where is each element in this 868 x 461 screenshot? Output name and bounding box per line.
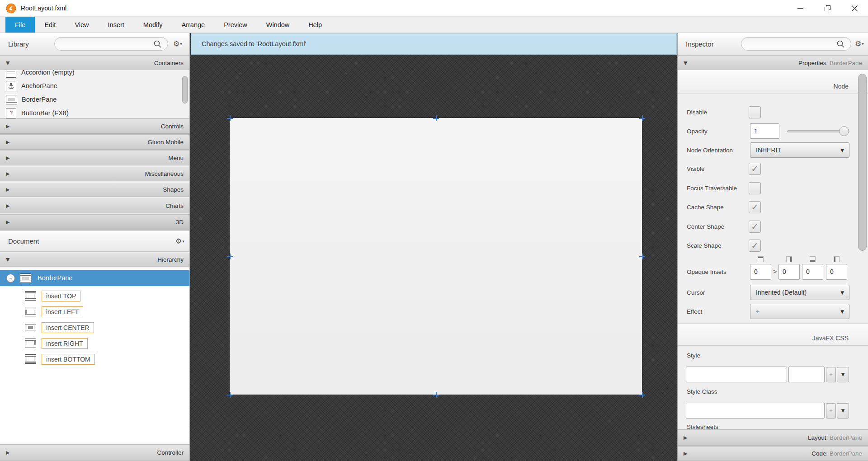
hierarchy-item-insert-left[interactable]: insert LEFT: [0, 304, 189, 319]
opacity-label: Opacity: [687, 128, 708, 135]
menu-modify[interactable]: Modify: [134, 17, 172, 33]
insets-link-toggle[interactable]: >: [773, 268, 777, 275]
style-field[interactable]: [686, 367, 787, 382]
accordion-icon: [6, 70, 16, 78]
selection-handle-mid-right[interactable]: [639, 254, 645, 259]
section-properties[interactable]: ▼ Properties: BorderPane: [678, 55, 868, 71]
disable-row: Disable: [678, 105, 868, 119]
library-item-borderpane[interactable]: BorderPane: [0, 93, 189, 106]
opaque-inset-right-field[interactable]: [778, 264, 800, 280]
section-menu[interactable]: ▶ Menu: [0, 150, 189, 165]
focus-traversable-checkbox[interactable]: [749, 182, 761, 194]
borderpane-icon: [6, 95, 17, 104]
section-layout[interactable]: ▶ Layout: BorderPane: [678, 429, 868, 446]
cache-shape-checkbox[interactable]: ✓: [749, 201, 761, 213]
document-menu-button[interactable]: ⚙ ▾: [175, 238, 184, 245]
hierarchy-item-insert-center[interactable]: insert CENTER: [0, 320, 189, 335]
menu-window[interactable]: Window: [257, 17, 299, 33]
section-hierarchy[interactable]: ▼ Hierarchy: [0, 252, 189, 267]
hierarchy-item-borderpane[interactable]: − BorderPane: [0, 270, 189, 286]
menu-insert[interactable]: Insert: [99, 17, 134, 33]
expand-arrow-icon: ▼: [6, 257, 9, 263]
style-value-field[interactable]: [788, 367, 825, 382]
inspector-menu-button[interactable]: ⚙ ▾: [855, 40, 864, 47]
cursor-row: Cursor Inherited (Default) ▼: [678, 285, 868, 300]
style-class-add-button[interactable]: +: [826, 403, 836, 419]
inspector-scrollbar-thumb[interactable]: [858, 74, 867, 251]
selection-handle-bottom-right[interactable]: [639, 392, 645, 398]
visible-row: Visible ✓: [678, 162, 868, 175]
node-orientation-dropdown[interactable]: INHERIT ▼: [750, 142, 849, 158]
menu-help[interactable]: Help: [299, 17, 331, 33]
section-target-label: : BorderPane: [826, 434, 862, 441]
selection-handle-top-left[interactable]: [227, 115, 233, 121]
style-add-button[interactable]: +: [826, 367, 836, 382]
library-menu-button[interactable]: ⚙ ▾: [173, 40, 182, 47]
subsection-label: Node: [834, 83, 849, 90]
hierarchy-item-label: BorderPane: [38, 274, 72, 282]
placeholder-label: insert LEFT: [42, 306, 83, 317]
center-shape-checkbox[interactable]: ✓: [749, 221, 761, 233]
scale-shape-checkbox[interactable]: ✓: [749, 240, 761, 252]
opacity-field[interactable]: [750, 123, 779, 139]
opaque-inset-top-field[interactable]: [750, 264, 771, 280]
library-search-input[interactable]: [60, 38, 150, 50]
minimize-button[interactable]: [787, 0, 814, 17]
section-label: Controller: [157, 449, 184, 456]
inspector-search-box[interactable]: [741, 37, 851, 51]
library-item-anchorpane[interactable]: AnchorPane: [0, 79, 189, 93]
disable-checkbox[interactable]: [749, 106, 761, 118]
selection-handle-top-center[interactable]: [433, 115, 439, 121]
borderpane-stage[interactable]: [230, 118, 642, 395]
section-charts[interactable]: ▶ Charts: [0, 198, 189, 213]
style-row: + ▼: [678, 367, 868, 382]
cursor-dropdown[interactable]: Inherited (Default) ▼: [750, 285, 849, 300]
section-controller[interactable]: ▶ Controller: [0, 444, 189, 461]
hierarchy-item-insert-top[interactable]: insert TOP: [0, 288, 189, 303]
menu-view[interactable]: View: [65, 17, 98, 33]
opacity-slider-thumb[interactable]: [839, 126, 849, 136]
opaque-insets-label: Opaque Insets: [687, 268, 726, 275]
selection-handle-bottom-center[interactable]: [433, 392, 439, 398]
inspector-search-input[interactable]: [747, 38, 833, 50]
menu-arrange[interactable]: Arrange: [172, 17, 215, 33]
section-gluon-mobile[interactable]: ▶ Gluon Mobile: [0, 134, 189, 150]
inset-left-icon: [834, 256, 840, 262]
style-class-dropdown-button[interactable]: ▼: [837, 403, 849, 419]
section-shapes[interactable]: ▶ Shapes: [0, 182, 189, 197]
library-item-accordion[interactable]: Accordion (empty): [0, 70, 189, 79]
library-panel: Library ⚙ ▾ ▼ Containers Acco: [0, 33, 190, 461]
section-containers[interactable]: ▼ Containers: [0, 55, 189, 71]
style-label: Style: [687, 352, 700, 359]
opaque-inset-bottom-field[interactable]: [802, 264, 823, 280]
restore-button[interactable]: [814, 0, 841, 17]
library-item-buttonbar[interactable]: ? ButtonBar (FX8): [0, 106, 189, 118]
menu-file[interactable]: File: [5, 17, 35, 33]
selection-handle-mid-left[interactable]: [227, 254, 233, 259]
selection-handle-top-right[interactable]: [639, 115, 645, 121]
effect-row: Effect + ▼: [678, 304, 868, 319]
borderpane-left-region-icon: [25, 307, 36, 316]
visible-checkbox[interactable]: ✓: [749, 163, 761, 175]
selection-handle-bottom-left[interactable]: [227, 392, 233, 398]
collapse-toggle-icon[interactable]: −: [6, 274, 15, 282]
style-dropdown-button[interactable]: ▼: [837, 367, 849, 382]
section-3d[interactable]: ▶ 3D: [0, 214, 189, 230]
section-miscellaneous[interactable]: ▶ Miscellaneous: [0, 166, 189, 181]
menu-preview[interactable]: Preview: [214, 17, 257, 33]
effect-dropdown[interactable]: + ▼: [750, 304, 849, 319]
library-search-box[interactable]: [54, 37, 168, 51]
library-scrollbar-thumb[interactable]: [182, 76, 188, 103]
close-button[interactable]: [841, 0, 868, 17]
style-class-field[interactable]: [686, 403, 825, 419]
hierarchy-item-insert-bottom[interactable]: insert BOTTOM: [0, 352, 189, 367]
hierarchy-item-insert-right[interactable]: insert RIGHT: [0, 336, 189, 351]
content-canvas[interactable]: Changes saved to 'RootLayout.fxml': [190, 33, 677, 461]
section-label: Hierarchy: [157, 256, 184, 263]
opaque-inset-left-field[interactable]: [826, 264, 847, 280]
menu-edit[interactable]: Edit: [35, 17, 65, 33]
visible-label: Visible: [687, 165, 705, 172]
chevron-down-icon: ▾: [182, 239, 184, 244]
section-code[interactable]: ▶ Code: BorderPane: [678, 446, 868, 461]
section-controls[interactable]: ▶ Controls: [0, 118, 189, 134]
